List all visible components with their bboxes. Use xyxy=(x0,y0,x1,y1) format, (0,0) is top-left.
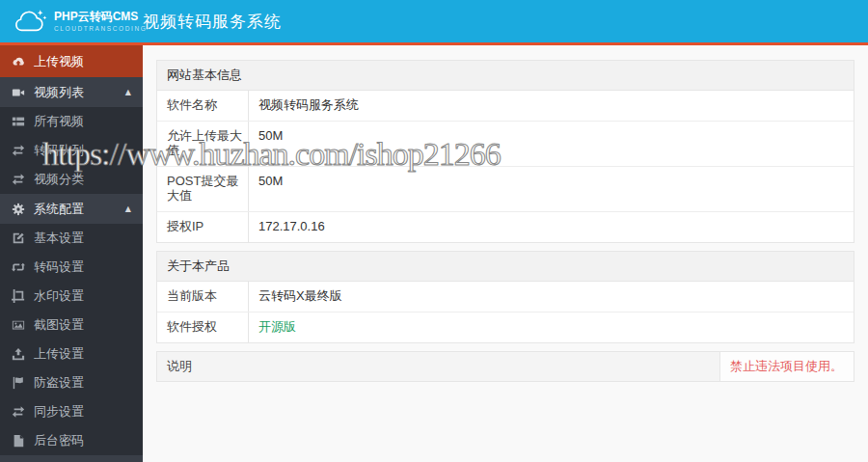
sidebar-item-label: 上传视频 xyxy=(34,53,84,70)
note-panel: 说明 禁止违法项目使用。 xyxy=(156,351,854,383)
upload-icon xyxy=(12,347,25,361)
list-icon xyxy=(12,115,25,128)
row-label: 软件授权 xyxy=(157,313,249,342)
row-label: 允许上传最大值 xyxy=(157,122,249,166)
note-label: 说明 xyxy=(157,352,720,382)
sidebar-item-label: 转码设置 xyxy=(34,258,84,276)
row-value: 172.17.0.16 xyxy=(249,212,854,242)
file-icon xyxy=(12,434,25,448)
crop-icon xyxy=(12,289,25,303)
sidebar-item-video-category[interactable]: 视频分类 xyxy=(0,165,143,194)
sidebar-item-label: 视频列表 xyxy=(34,84,84,101)
cloud-logo-icon xyxy=(12,8,48,35)
angle-up-icon: ▲ xyxy=(125,88,131,96)
sidebar: 上传视频 视频列表 ▲ 所有视频 xyxy=(0,45,143,462)
sidebar-item-basic-settings[interactable]: 基本设置 xyxy=(0,224,143,253)
logo-title: PHP云转码CMS xyxy=(54,11,147,23)
app-window: PHP云转码CMS CLOUDTRANSCODING 视频转码服务系统 上传视频… xyxy=(0,0,868,462)
panel-title: 网站基本信息 xyxy=(157,61,854,91)
topbar: PHP云转码CMS CLOUDTRANSCODING 视频转码服务系统 xyxy=(0,0,868,42)
flag-icon xyxy=(12,376,25,390)
table-row: 授权IP 172.17.0.16 xyxy=(157,211,854,242)
panel-title: 关于本产品 xyxy=(157,252,854,282)
table-row: 软件授权 开源版 xyxy=(157,312,854,342)
sidebar-item-label: 基本设置 xyxy=(34,230,84,247)
row-label: 当前版本 xyxy=(157,282,249,312)
exchange-icon xyxy=(12,144,25,157)
row-value: 云转码X最终版 xyxy=(249,282,854,312)
note-warning-text: 禁止违法项目使用。 xyxy=(720,352,854,382)
system-config-submenu: 基本设置 转码设置 水印设置 xyxy=(0,224,143,455)
sidebar-item-label: 系统配置 xyxy=(34,201,84,218)
table-row: 软件名称 视频转码服务系统 xyxy=(157,91,854,121)
sidebar-item-sync-settings[interactable]: 同步设置 xyxy=(0,397,143,426)
sidebar-item-upload-video[interactable]: 上传视频 xyxy=(0,45,143,77)
sidebar-item-transcode-settings[interactable]: 转码设置 xyxy=(0,253,143,282)
page-title: 视频转码服务系统 xyxy=(143,0,282,42)
main-content: 网站基本信息 软件名称 视频转码服务系统 允许上传最大值 50M POST提交最… xyxy=(143,45,868,462)
row-value: 50M xyxy=(249,167,854,211)
row-label: 软件名称 xyxy=(157,91,249,121)
exchange-icon xyxy=(12,405,25,419)
sidebar-item-label: 转码队列 xyxy=(34,142,84,159)
row-label: POST提交最大值 xyxy=(157,167,249,211)
retweet-icon xyxy=(12,260,25,274)
sidebar-item-label: 视频分类 xyxy=(34,171,84,188)
sidebar-item-label: 水印设置 xyxy=(34,287,84,305)
sidebar-item-admin-password[interactable]: 后台密码 xyxy=(0,426,143,455)
logo-subtitle: CLOUDTRANSCODING xyxy=(54,25,147,32)
logo: PHP云转码CMS CLOUDTRANSCODING xyxy=(0,0,143,42)
sidebar-item-label: 后台密码 xyxy=(34,432,84,449)
sidebar-item-screenshot-settings[interactable]: 截图设置 xyxy=(0,311,143,340)
row-value: 视频转码服务系统 xyxy=(249,91,854,121)
sidebar-item-watermark-settings[interactable]: 水印设置 xyxy=(0,282,143,311)
row-value: 50M xyxy=(249,122,854,166)
sidebar-item-label: 上传设置 xyxy=(34,345,84,363)
sidebar-item-transcode-queue[interactable]: 转码队列 xyxy=(0,136,143,165)
table-row: 允许上传最大值 50M xyxy=(157,121,854,166)
video-camera-icon xyxy=(12,86,25,99)
video-list-submenu: 所有视频 转码队列 视频分类 xyxy=(0,107,143,194)
row-label: 授权IP xyxy=(157,212,249,242)
table-row: 说明 禁止违法项目使用。 xyxy=(157,352,854,382)
sidebar-item-label: 防盗设置 xyxy=(34,374,84,392)
cloud-upload-icon xyxy=(12,55,25,68)
sidebar-item-system-config[interactable]: 系统配置 ▲ xyxy=(0,194,143,224)
table-row: POST提交最大值 50M xyxy=(157,166,854,211)
sidebar-item-upload-settings[interactable]: 上传设置 xyxy=(0,340,143,368)
site-info-panel: 网站基本信息 软件名称 视频转码服务系统 允许上传最大值 50M POST提交最… xyxy=(156,60,854,243)
sidebar-item-label: 截图设置 xyxy=(34,316,84,334)
about-product-panel: 关于本产品 当前版本 云转码X最终版 软件授权 开源版 xyxy=(156,251,854,343)
edit-icon xyxy=(12,231,25,245)
image-icon xyxy=(12,318,25,332)
sidebar-item-all-videos[interactable]: 所有视频 xyxy=(0,107,143,136)
license-link[interactable]: 开源版 xyxy=(258,319,296,334)
sidebar-item-antitheft-settings[interactable]: 防盗设置 xyxy=(0,368,143,397)
logo-text: PHP云转码CMS CLOUDTRANSCODING xyxy=(54,11,147,31)
table-row: 当前版本 云转码X最终版 xyxy=(157,282,854,312)
row-value: 开源版 xyxy=(249,313,854,342)
gear-icon xyxy=(12,203,25,216)
sidebar-item-label: 同步设置 xyxy=(34,403,84,421)
exchange-icon xyxy=(12,173,25,186)
angle-up-icon: ▲ xyxy=(125,204,131,213)
sidebar-item-label: 所有视频 xyxy=(34,113,84,130)
sidebar-item-video-list[interactable]: 视频列表 ▲ xyxy=(0,77,143,107)
